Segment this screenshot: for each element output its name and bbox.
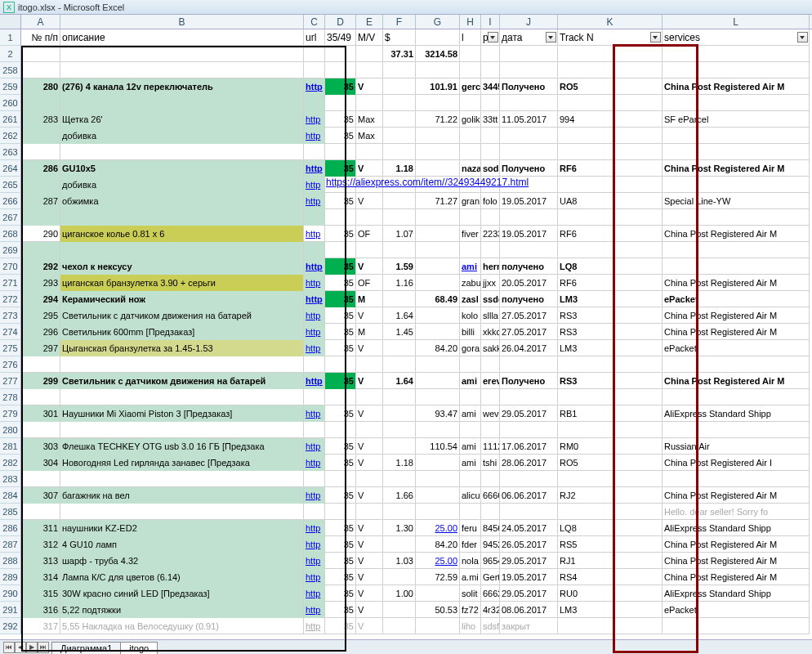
cell[interactable] xyxy=(416,356,460,373)
cell[interactable]: 08.06.2017 xyxy=(500,602,558,618)
cell[interactable]: LM3 xyxy=(558,340,663,356)
cell[interactable] xyxy=(460,62,481,78)
cell[interactable] xyxy=(663,618,810,634)
header-cell-F[interactable]: $ xyxy=(383,29,416,46)
cell[interactable]: добивка xyxy=(60,128,304,144)
cell[interactable]: RS3 xyxy=(558,324,663,340)
cell[interactable]: RS5 xyxy=(558,536,663,553)
cell[interactable]: 29.05.2017 xyxy=(500,585,558,602)
colhdr-I[interactable]: I xyxy=(481,15,500,29)
cell[interactable]: RU0 xyxy=(558,585,663,602)
row-number[interactable]: 259 xyxy=(0,78,21,95)
colhdr-H[interactable]: H xyxy=(460,15,481,29)
cell[interactable]: 1.16 xyxy=(383,275,416,291)
cell[interactable]: 35 xyxy=(325,455,356,471)
cell[interactable] xyxy=(383,422,416,438)
cell[interactable]: 296 xyxy=(21,324,60,340)
cell[interactable]: http xyxy=(304,520,325,536)
cell[interactable]: V xyxy=(356,487,383,504)
cell[interactable]: 5,55 Накладка на Велоседушку (0.91) xyxy=(60,618,304,634)
cell[interactable] xyxy=(325,95,356,111)
cell[interactable]: AliExpress Standard Shipp xyxy=(663,585,810,602)
colhdr-J[interactable]: J xyxy=(500,15,558,29)
cell[interactable]: 35 xyxy=(325,569,356,585)
colhdr-G[interactable]: G xyxy=(416,15,460,29)
cell[interactable]: циганское колье 0.81 x 6 xyxy=(60,226,304,242)
cell[interactable]: alicu xyxy=(460,487,481,504)
cell[interactable]: 35 xyxy=(325,602,356,618)
row-number[interactable]: 289 xyxy=(0,569,21,585)
cell[interactable]: http xyxy=(304,553,325,569)
cell[interactable]: solit xyxy=(460,585,481,602)
cell[interactable]: Russian Air xyxy=(663,438,810,455)
cell[interactable]: 72.59 xyxy=(416,569,460,585)
cell[interactable]: 5,22 подтяжки xyxy=(60,602,304,618)
cell[interactable]: China Post Registered Air I xyxy=(663,455,810,471)
row-number[interactable]: 274 xyxy=(0,324,21,340)
row-number[interactable]: 275 xyxy=(0,340,21,356)
cell[interactable]: 294 xyxy=(21,291,60,307)
cell[interactable]: 3445 xyxy=(481,78,500,95)
row-number[interactable]: 279 xyxy=(0,405,21,422)
cell[interactable] xyxy=(356,242,383,258)
cell[interactable]: OF xyxy=(356,226,383,242)
colhdr-K[interactable]: K xyxy=(558,15,663,29)
cell[interactable] xyxy=(481,62,500,78)
cell[interactable]: http xyxy=(304,324,325,340)
cell[interactable]: 292 xyxy=(21,258,60,275)
cell[interactable]: 286 xyxy=(21,160,60,177)
cell[interactable] xyxy=(21,144,60,160)
cell[interactable]: 35 xyxy=(325,258,356,275)
colhdr-F[interactable]: F xyxy=(383,15,416,29)
cell[interactable]: закрыт xyxy=(500,618,558,634)
row-number[interactable]: 284 xyxy=(0,487,21,504)
cell[interactable]: 290 xyxy=(21,226,60,242)
cell[interactable]: 1.59 xyxy=(383,258,416,275)
cell[interactable]: LM3 xyxy=(558,602,663,618)
cell[interactable]: http xyxy=(304,618,325,634)
filter-icon[interactable] xyxy=(797,32,808,43)
cell[interactable]: 1.64 xyxy=(383,373,416,389)
row-number[interactable]: 283 xyxy=(0,471,21,487)
cell[interactable] xyxy=(558,389,663,405)
cell[interactable] xyxy=(356,504,383,520)
cell[interactable]: RF6 xyxy=(558,226,663,242)
cell[interactable]: V xyxy=(356,340,383,356)
cell[interactable] xyxy=(416,226,460,242)
cell[interactable] xyxy=(304,422,325,438)
cell[interactable] xyxy=(416,144,460,160)
row-number[interactable]: 282 xyxy=(0,455,21,471)
colhdr-B[interactable]: B xyxy=(60,15,304,29)
cell[interactable]: AliExpress Standard Shipp xyxy=(663,405,810,422)
cell[interactable] xyxy=(416,487,460,504)
cell[interactable]: China Post Registered Air M xyxy=(663,553,810,569)
header-cell-A[interactable]: № п/п xyxy=(21,29,60,46)
row-number[interactable]: 291 xyxy=(0,602,21,618)
cell[interactable] xyxy=(663,389,810,405)
cell[interactable]: wev xyxy=(481,405,500,422)
cell[interactable] xyxy=(558,618,663,634)
cell[interactable]: 93.47 xyxy=(416,405,460,422)
cell[interactable]: http xyxy=(304,177,325,193)
cell[interactable]: V xyxy=(356,585,383,602)
cell[interactable] xyxy=(325,389,356,405)
cell[interactable]: Hello. dear seller! Sorry fo xyxy=(663,504,810,520)
cell[interactable] xyxy=(663,62,810,78)
cell[interactable]: 303 xyxy=(21,438,60,455)
cell[interactable]: LM3 xyxy=(558,291,663,307)
header-cell-L[interactable]: services xyxy=(663,29,810,46)
sum-cell-J[interactable] xyxy=(500,46,558,62)
cell[interactable]: M xyxy=(356,324,383,340)
cell[interactable] xyxy=(325,209,356,226)
cell[interactable] xyxy=(663,144,810,160)
cell[interactable]: ami xyxy=(460,258,481,275)
cell[interactable]: ami xyxy=(460,438,481,455)
row-number[interactable]: 278 xyxy=(0,389,21,405)
cell[interactable]: 35 xyxy=(325,618,356,634)
cell[interactable]: чехол к нексусу xyxy=(60,258,304,275)
cell[interactable]: получено xyxy=(500,258,558,275)
cell[interactable] xyxy=(416,128,460,144)
cell[interactable]: 304 xyxy=(21,455,60,471)
cell[interactable]: 315 xyxy=(21,585,60,602)
row-number[interactable]: 277 xyxy=(0,373,21,389)
